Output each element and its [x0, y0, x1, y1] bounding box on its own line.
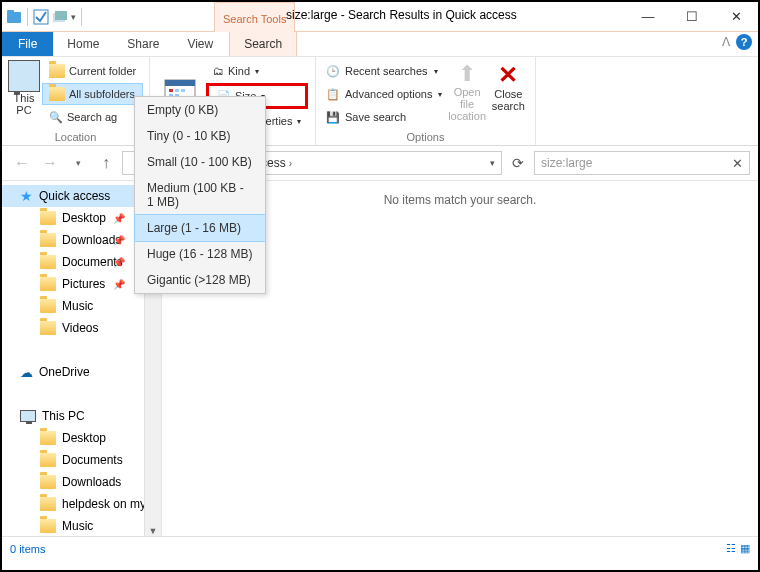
tree-item-label: Videos: [62, 321, 98, 335]
tree-item[interactable]: ☁OneDrive: [2, 361, 161, 383]
tree-item-label: [26, 343, 29, 357]
qat-separator: [27, 8, 28, 26]
options-group-label: Options: [322, 131, 529, 145]
tree-item[interactable]: Music: [2, 515, 161, 536]
svg-rect-0: [7, 12, 21, 23]
view-tab[interactable]: View: [173, 32, 227, 56]
back-button[interactable]: ←: [10, 151, 34, 175]
location-group-label: Location: [8, 131, 143, 145]
breadcrumb-chevron-2[interactable]: ›: [289, 158, 292, 169]
tree-item-label: Downloads: [62, 475, 121, 489]
size-menu-item[interactable]: Empty (0 KB): [135, 97, 265, 123]
this-pc-icon: [8, 60, 40, 92]
tree-item[interactable]: Desktop: [2, 427, 161, 449]
close-window-button[interactable]: ✕: [714, 2, 758, 30]
refresh-button[interactable]: ⟳: [506, 151, 530, 175]
this-pc-button[interactable]: This PC: [8, 60, 40, 128]
advanced-icon: 📋: [326, 88, 340, 101]
qat-dropdown-icon[interactable]: ▾: [71, 12, 76, 22]
monitor-icon: [20, 410, 36, 422]
folder-stack-icon[interactable]: [52, 9, 68, 25]
tree-item[interactable]: Music: [2, 295, 161, 317]
folder-icon: [40, 299, 56, 313]
folder-icon: [40, 277, 56, 291]
home-tab[interactable]: Home: [53, 32, 113, 56]
forward-button[interactable]: →: [38, 151, 62, 175]
maximize-button[interactable]: ☐: [670, 2, 714, 30]
checkbox-icon[interactable]: [33, 9, 49, 25]
all-subfolders-button[interactable]: All subfolders: [42, 83, 143, 105]
navigation-bar: ← → ▾ ↑ › access › ▾ ⟳ ✕: [2, 146, 758, 180]
status-bar: 0 items ☷ ▦: [2, 536, 758, 560]
title-bar: ▾ Search Tools size:large - Search Resul…: [2, 2, 758, 32]
contextual-tab-label: Search Tools: [214, 2, 295, 32]
item-count: 0 items: [10, 543, 45, 555]
size-menu-item[interactable]: Gigantic (>128 MB): [135, 267, 265, 293]
search-input[interactable]: [541, 156, 743, 170]
content-area: ★Quick accessDesktop📌Downloads📌Documents…: [2, 180, 758, 536]
tree-item-label: helpdesk on myv: [62, 497, 152, 511]
tree-item[interactable]: [2, 383, 161, 405]
size-menu-item[interactable]: Large (1 - 16 MB): [135, 215, 265, 241]
save-search-button[interactable]: 💾Save search: [322, 106, 446, 128]
pin-icon: 📌: [113, 213, 125, 224]
tree-item[interactable]: Videos: [2, 317, 161, 339]
size-dropdown-menu: Empty (0 KB)Tiny (0 - 10 KB)Small (10 - …: [134, 96, 266, 294]
kind-button[interactable]: 🗂Kind▾: [206, 60, 308, 82]
tree-item-label: Documents: [62, 453, 123, 467]
this-pc-label: This PC: [14, 92, 35, 116]
close-x-icon: ✕: [498, 62, 518, 88]
folder-icon: [40, 233, 56, 247]
size-menu-item[interactable]: Huge (16 - 128 MB): [135, 241, 265, 267]
close-search-button[interactable]: ✕ Close search: [488, 60, 529, 128]
details-view-icon[interactable]: ☷: [726, 542, 736, 555]
tree-item[interactable]: Downloads: [2, 471, 161, 493]
history-dropdown[interactable]: ▾: [66, 151, 90, 175]
share-tab[interactable]: Share: [113, 32, 173, 56]
collapse-ribbon-icon[interactable]: ᐱ: [722, 35, 730, 49]
tree-item[interactable]: Documents: [2, 449, 161, 471]
search-again-button[interactable]: 🔍Search ag: [42, 106, 143, 128]
save-icon: 💾: [326, 111, 340, 124]
up-button[interactable]: ↑: [94, 151, 118, 175]
file-tab[interactable]: File: [2, 32, 53, 56]
kind-icon: 🗂: [213, 65, 224, 77]
open-file-location-button: ⬆ Open file location: [446, 60, 487, 128]
minimize-button[interactable]: —: [626, 2, 670, 30]
recent-searches-button[interactable]: 🕒Recent searches▾: [322, 60, 446, 82]
icons-view-icon[interactable]: ▦: [740, 542, 750, 555]
folder-icon: [40, 431, 56, 445]
window-title: size:large - Search Results in Quick acc…: [286, 8, 517, 22]
tree-item[interactable]: [2, 339, 161, 361]
tree-item-label: Desktop: [62, 211, 106, 225]
svg-rect-7: [169, 89, 173, 92]
window-controls: — ☐ ✕: [626, 2, 758, 30]
tree-item-label: Pictures: [62, 277, 105, 291]
clear-search-icon[interactable]: ✕: [732, 156, 743, 171]
folder-icon: [40, 497, 56, 511]
folder-icon: [40, 321, 56, 335]
ribbon: This PC Current folder All subfolders 🔍S…: [2, 56, 758, 146]
size-menu-item[interactable]: Medium (100 KB - 1 MB): [135, 175, 265, 215]
folder-icon: [40, 255, 56, 269]
search-tab[interactable]: Search: [229, 31, 297, 56]
tree-item-label: Music: [62, 519, 93, 533]
help-icon[interactable]: ?: [736, 34, 752, 50]
tree-item-label: OneDrive: [39, 365, 90, 379]
svg-rect-4: [55, 11, 67, 20]
star-icon: ★: [20, 188, 33, 204]
folder-icon: [40, 475, 56, 489]
open-location-icon: ⬆: [458, 62, 476, 86]
current-folder-button[interactable]: Current folder: [42, 60, 143, 82]
advanced-options-button[interactable]: 📋Advanced options▾: [322, 83, 446, 105]
ribbon-tabs: File Home Share View Search ᐱ ?: [2, 32, 758, 56]
no-results-message: No items match your search.: [384, 193, 537, 536]
explorer-icon: [6, 9, 22, 25]
search-box[interactable]: ✕: [534, 151, 750, 175]
size-menu-item[interactable]: Tiny (0 - 10 KB): [135, 123, 265, 149]
tree-item[interactable]: This PC: [2, 405, 161, 427]
tree-item[interactable]: helpdesk on myv: [2, 493, 161, 515]
size-menu-item[interactable]: Small (10 - 100 KB): [135, 149, 265, 175]
svg-rect-8: [175, 89, 179, 92]
address-dropdown-icon[interactable]: ▾: [490, 158, 495, 168]
